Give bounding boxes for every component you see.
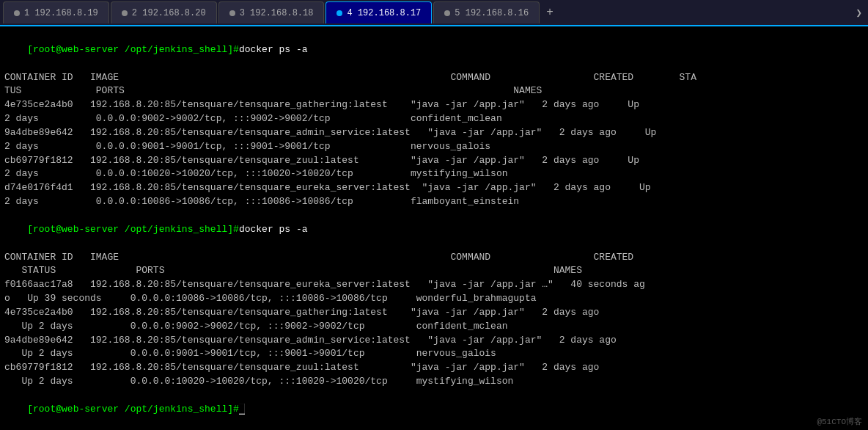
line-17: 4e735ce2a4b0 192.168.8.20:85/tensquare/t… <box>4 306 864 320</box>
tab-5[interactable]: 5 192.168.8.16 <box>433 1 540 23</box>
tab-3[interactable]: 3 192.168.8.18 <box>218 1 325 23</box>
line-12: [root@web-server /opt/jenkins_shell]#doc… <box>4 209 864 251</box>
tab-scroll-button[interactable]: ❯ <box>853 7 865 19</box>
line-9: 2 days 0.0.0.0:10020->10020/tcp, :::1002… <box>4 167 864 181</box>
line-1: [root@web-server /opt/jenkins_shell]#doc… <box>4 29 864 71</box>
line-14: STATUS PORTS NAMES <box>4 264 864 278</box>
line-16: o Up 39 seconds 0.0.0.0:10086->10086/tcp… <box>4 292 864 306</box>
line-7: 2 days 0.0.0.0:9001->9001/tcp, :::9001->… <box>4 140 864 154</box>
line-13: CONTAINER ID IMAGE COMMAND CREATED <box>4 251 864 265</box>
line-11: 2 days 0.0.0.0:10086->10086/tcp, :::1008… <box>4 195 864 209</box>
tab-add-button[interactable]: + <box>541 4 559 21</box>
line-15: f0166aac17a8 192.168.8.20:85/tensquare/t… <box>4 278 864 292</box>
watermark: @51CTO博客 <box>817 416 862 427</box>
line-8: cb69779f1812 192.168.8.20:85/tensquare/t… <box>4 154 864 168</box>
terminal: [root@web-server /opt/jenkins_shell]#doc… <box>0 26 868 430</box>
line-19: 9a4dbe89e642 192.168.8.20:85/tensquare/t… <box>4 334 864 348</box>
tab-4[interactable]: 4 192.168.8.17 <box>326 1 432 23</box>
line-5: 2 days 0.0.0.0:9002->9002/tcp, :::9002->… <box>4 112 864 126</box>
line-23: [root@web-server /opt/jenkins_shell]#█ <box>4 389 864 430</box>
tab-bar: 1 192.168.8.19 2 192.168.8.20 3 192.168.… <box>0 0 868 26</box>
tab-1[interactable]: 1 192.168.8.19 <box>3 1 109 23</box>
line-21: cb69779f1812 192.168.8.20:85/tensquare/t… <box>4 361 864 375</box>
line-22: Up 2 days 0.0.0.0:10020->10020/tcp, :::1… <box>4 375 864 389</box>
line-6: 9a4dbe89e642 192.168.8.20:85/tensquare/t… <box>4 126 864 140</box>
line-3: TUS PORTS NAMES <box>4 84 864 98</box>
line-20: Up 2 days 0.0.0.0:9001->9001/tcp, :::900… <box>4 347 864 361</box>
line-18: Up 2 days 0.0.0.0:9002->9002/tcp, :::900… <box>4 320 864 334</box>
line-10: d74e0176f4d1 192.168.8.20:85/tensquare/t… <box>4 181 864 195</box>
line-2: CONTAINER ID IMAGE COMMAND CREATED STA <box>4 71 864 85</box>
line-4: 4e735ce2a4b0 192.168.8.20:85/tensquare/t… <box>4 98 864 112</box>
tab-2[interactable]: 2 192.168.8.20 <box>111 1 217 23</box>
